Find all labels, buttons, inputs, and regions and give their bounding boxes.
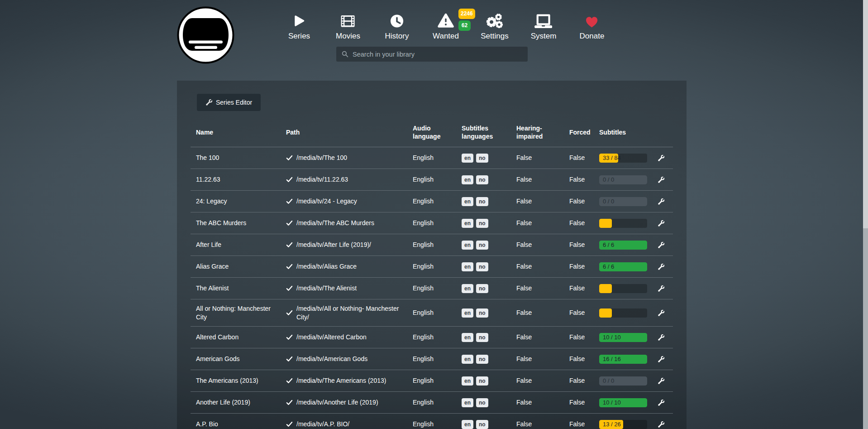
search-input[interactable] — [353, 51, 523, 58]
hearing-impaired: False — [511, 376, 564, 385]
subtitles-progress: 10 / 10 — [594, 398, 652, 407]
subtitles-progress — [594, 308, 652, 318]
check-icon — [286, 263, 293, 270]
subtitles-languages: enno — [456, 262, 511, 271]
series-editor-button[interactable]: Series Editor — [197, 94, 261, 111]
wrench-icon — [658, 198, 665, 205]
wanted-badge: 62 — [458, 20, 471, 31]
column-header: Forced — [564, 128, 594, 136]
progress-bar: 10 / 10 — [599, 333, 647, 342]
subtitles-languages: enno — [456, 219, 511, 228]
edit-series[interactable] — [652, 176, 673, 183]
check-icon — [286, 198, 293, 205]
edit-series[interactable] — [652, 198, 673, 205]
check-icon — [286, 399, 293, 406]
edit-series[interactable] — [652, 263, 673, 270]
language-badges: enno — [462, 197, 506, 206]
nav-item-donate[interactable]: Donate — [580, 12, 605, 41]
check-icon — [286, 285, 293, 292]
subtitles-progress-text: 33 / 84 — [603, 154, 621, 163]
nav-item-settings[interactable]: Settings — [481, 12, 508, 41]
edit-series[interactable] — [652, 154, 673, 162]
edit-series[interactable] — [652, 285, 673, 292]
series-name[interactable]: 24: Legacy — [191, 197, 281, 206]
series-path: /media/tv/24 - Legacy — [281, 197, 407, 206]
series-path-text: /media/tv/A.P. BIO/ — [296, 420, 349, 429]
edit-series[interactable] — [652, 241, 673, 249]
table-row: The Americans (2013) /media/tv/The Ameri… — [191, 370, 673, 391]
scrollbar-thumb[interactable] — [863, 0, 868, 228]
series-name[interactable]: Another Life (2019) — [191, 398, 281, 407]
forced: False — [564, 219, 594, 227]
series-table: NamePathAudio languageSubtitles language… — [191, 123, 673, 429]
language-badge: en — [462, 175, 473, 184]
language-badges: enno — [462, 308, 506, 318]
edit-series[interactable] — [652, 421, 673, 428]
table-row: After Life /media/tv/After Life (2019)/ … — [191, 234, 673, 255]
table-row: The ABC Murders /media/tv/The ABC Murder… — [191, 212, 673, 234]
edit-series[interactable] — [652, 334, 673, 341]
audio-language: English — [407, 376, 456, 385]
series-name[interactable]: The ABC Murders — [191, 219, 281, 227]
series-name[interactable]: The Alienist — [191, 284, 281, 293]
audio-language: English — [407, 197, 456, 206]
language-badge: en — [462, 284, 473, 293]
nav-label: Settings — [481, 32, 508, 41]
series-path-text: /media/tv/American Gods — [296, 355, 367, 363]
forced: False — [564, 197, 594, 206]
progress-bar: 33 / 84 — [599, 154, 647, 163]
series-name[interactable]: 11.22.63 — [191, 175, 281, 184]
page-scrollbar[interactable] — [863, 0, 868, 429]
subtitles-progress: 0 / 0 — [594, 197, 652, 206]
check-icon — [286, 176, 293, 183]
wrench-icon — [658, 334, 665, 341]
edit-series[interactable] — [652, 220, 673, 227]
series-name[interactable]: Alias Grace — [191, 262, 281, 271]
language-badge: no — [476, 284, 488, 293]
series-name[interactable]: All or Nothing: Manchester City — [191, 304, 281, 322]
language-badge: no — [476, 154, 488, 163]
series-path: /media/tv/All or Nothing- Manchester Cit… — [281, 304, 407, 322]
nav-item-movies[interactable]: Movies — [336, 12, 360, 41]
series-path: /media/tv/The Alienist — [281, 284, 407, 293]
nav-item-series[interactable]: Series — [288, 12, 310, 41]
series-name[interactable]: A.P. Bio — [191, 420, 281, 429]
subtitles-progress: 0 / 0 — [594, 175, 652, 184]
nav-item-system[interactable]: System — [531, 12, 557, 41]
check-icon — [286, 356, 293, 362]
series-panel: Series Editor NamePathAudio languageSubt… — [177, 81, 687, 429]
edit-series[interactable] — [652, 309, 673, 317]
edit-series[interactable] — [652, 356, 673, 363]
progress-bar — [599, 308, 647, 318]
wrench-icon — [658, 285, 665, 292]
film-icon — [341, 12, 355, 28]
audio-language: English — [407, 175, 456, 184]
nav-item-history[interactable]: History — [385, 12, 409, 41]
edit-series[interactable] — [652, 399, 673, 406]
series-name[interactable]: American Gods — [191, 355, 281, 363]
series-name[interactable]: After Life — [191, 241, 281, 249]
audio-language: English — [407, 219, 456, 227]
edit-series[interactable] — [652, 377, 673, 385]
language-badges: enno — [462, 154, 506, 163]
subtitles-languages: enno — [456, 175, 511, 184]
column-header: Subtitles languages — [456, 124, 511, 140]
audio-language: English — [407, 333, 456, 342]
series-name[interactable]: The Americans (2013) — [191, 376, 281, 385]
series-name[interactable]: The 100 — [191, 154, 281, 162]
series-name[interactable]: Altered Carbon — [191, 333, 281, 342]
series-path-text: /media/tv/The Americans (2013) — [296, 376, 386, 385]
wrench-icon — [205, 99, 213, 106]
check-icon — [286, 241, 293, 248]
table-body: The 100 /media/tv/The 100 English enno F… — [191, 147, 673, 429]
language-badge: no — [476, 219, 488, 228]
bazarr-logo[interactable] — [177, 6, 234, 64]
series-editor-label: Series Editor — [216, 99, 252, 106]
subtitles-progress — [594, 284, 652, 293]
series-path: /media/tv/Another Life (2019) — [281, 398, 407, 407]
language-badges: enno — [462, 420, 506, 429]
nav-item-wanted[interactable]: Wanted — [433, 12, 459, 41]
subtitles-progress-text: 16 / 16 — [603, 355, 621, 364]
subtitles-progress: 13 / 26 — [594, 420, 652, 429]
warning-triangle-icon — [438, 12, 454, 28]
